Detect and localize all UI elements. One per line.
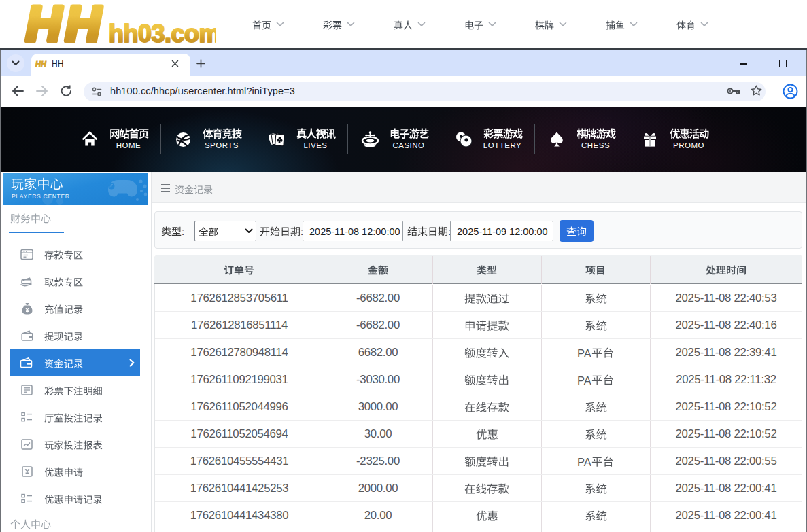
svg-text:HH: HH <box>26 0 105 46</box>
svg-text:HH: HH <box>35 60 47 68</box>
svg-text:hh03.com: hh03.com <box>109 20 216 46</box>
